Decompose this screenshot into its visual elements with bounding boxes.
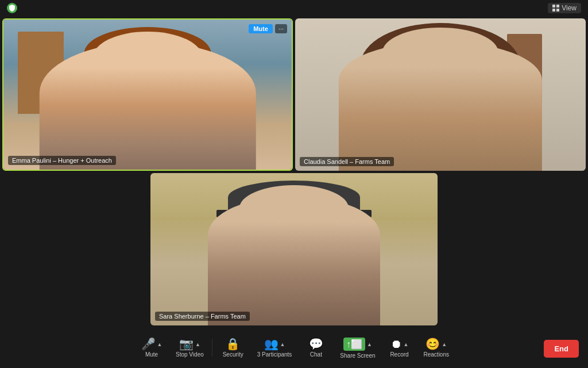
participants-tool[interactable]: 👥 ▲ 3 Participants [252,338,298,358]
more-options-badge[interactable]: ··· [275,24,287,33]
view-grid-icon [552,5,559,12]
claudia-video-bg [295,18,586,171]
svg-rect-3 [556,9,559,12]
video-cell-claudia: Claudia Sandell – Farms Team [295,18,586,171]
participants-label: 3 Participants [257,351,292,358]
sara-body [208,196,380,325]
participants-icon: 👥 [264,338,278,350]
camera-icon: 📷 [179,338,194,350]
emma-video-badges: Mute ··· [249,24,287,33]
emma-body [40,42,256,170]
svg-rect-1 [556,5,559,7]
chat-label: Chat [310,351,322,358]
mute-label: Mute [145,351,158,358]
microphone-icon: 🎤 [141,338,156,350]
security-icon: 🔒 [226,338,240,350]
record-caret-icon: ▲ [404,342,409,347]
view-button[interactable]: View [548,3,581,13]
reactions-icon-row: 😊 ▲ [425,338,447,350]
share-screen-tool[interactable]: ↑⬜ ▲ Share Screen [334,338,381,359]
top-bar: View [0,0,588,16]
video-grid: Mute ··· Emma Paulini – Hunger + Outreac… [0,16,588,328]
participants-icon-row: 👥 ▲ [264,338,285,350]
mute-caret-icon: ▲ [157,342,163,347]
chat-tool[interactable]: 💬 Chat [297,338,334,358]
share-screen-icon-row: ↑⬜ ▲ [343,338,372,351]
svg-rect-0 [552,5,555,7]
svg-rect-2 [552,9,555,12]
mute-badge: Mute [249,24,273,33]
share-screen-icon: ↑⬜ [343,338,365,351]
mute-icon-row: 🎤 ▲ [141,338,163,350]
claudia-label: Claudia Sandell – Farms Team [300,157,394,166]
reactions-caret-icon: ▲ [442,342,447,347]
chat-icon: 💬 [309,338,323,350]
security-status-icon [7,3,17,13]
video-caret-icon: ▲ [195,342,200,347]
stop-video-tool[interactable]: 📷 ▲ Stop Video [170,338,210,358]
stop-video-label: Stop Video [176,351,204,358]
security-tool[interactable]: 🔒 Security [215,338,252,358]
reactions-icon: 😊 [425,338,440,350]
reactions-tool[interactable]: 😊 ▲ Reactions [418,338,455,358]
participants-label-text: Participants [262,351,292,358]
mute-tool[interactable]: 🎤 ▲ Mute [133,338,170,358]
emma-video-bg [3,20,292,170]
record-icon-row: ⏺ ▲ [390,338,409,350]
record-icon: ⏺ [390,338,402,350]
stop-video-icon-row: 📷 ▲ [179,338,200,350]
divider-1 [212,339,212,356]
end-button[interactable]: End [544,340,579,358]
record-label: Record [390,351,408,358]
sara-label: Sara Sherburne – Farms Team [155,312,250,321]
toolbar: 🎤 ▲ Mute 📷 ▲ Stop Video 🔒 Security 👥 ▲ 3… [0,328,588,368]
participants-caret-icon: ▲ [280,342,285,347]
video-cell-sara: Sara Sherburne – Farms Team [150,173,438,325]
reactions-label: Reactions [424,351,449,358]
share-screen-label: Share Screen [340,352,375,359]
record-tool[interactable]: ⏺ ▲ Record [381,338,418,358]
share-caret-icon: ▲ [367,342,372,347]
emma-label: Emma Paulini – Hunger + Outreach [8,156,116,165]
sara-video-bg [150,173,438,325]
view-label: View [562,4,577,12]
video-cell-emma: Mute ··· Emma Paulini – Hunger + Outreac… [2,18,293,171]
claudia-body [339,41,542,171]
security-label: Security [223,351,243,358]
participants-count: 3 [257,351,261,358]
